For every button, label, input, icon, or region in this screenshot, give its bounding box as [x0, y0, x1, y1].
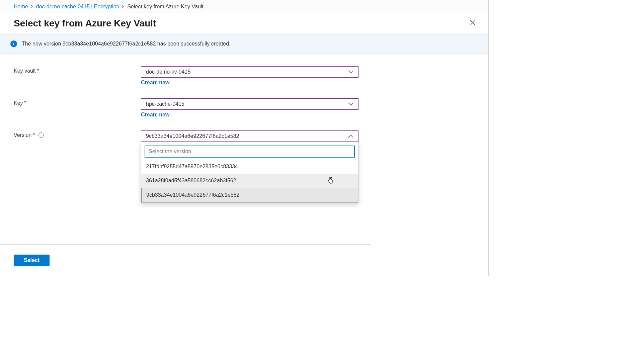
- version-search-input[interactable]: [145, 146, 355, 158]
- info-notification: i The new version 9cb33a34e1004a6e922677…: [0, 34, 488, 54]
- panel-header: Select key from Azure Key Vault: [0, 13, 488, 34]
- chevron-down-icon: [348, 102, 353, 106]
- version-option[interactable]: 217fdbf9255d47a5970e2835e0c83334: [141, 160, 358, 174]
- chevron-down-icon: [348, 70, 353, 74]
- version-select[interactable]: 9cb33a34e1004a6e922677f6a2c1e582: [141, 130, 358, 142]
- footer-bar: Select: [0, 244, 371, 276]
- breadcrumb-home[interactable]: Home: [14, 4, 28, 10]
- breadcrumb: Home doc-demo-cache-0415 | Encryption Se…: [0, 0, 488, 13]
- key-label: Key*: [14, 98, 141, 106]
- version-option[interactable]: 361a28f0ad5f43a580682cc62ab3f562: [141, 174, 358, 188]
- key-vault-row: Key vault* doc-demo-kv-0415 Create new: [14, 66, 475, 86]
- version-option[interactable]: 9cb33a34e1004a6e922677f6a2c1e582: [141, 188, 358, 202]
- chevron-right-icon: [119, 4, 127, 9]
- key-vault-select[interactable]: doc-demo-kv-0415: [141, 66, 358, 78]
- close-icon[interactable]: [467, 18, 478, 29]
- key-create-new-link[interactable]: Create new: [141, 112, 169, 118]
- key-select[interactable]: hpc-cache-0415: [141, 98, 358, 110]
- page-title: Select key from Azure Key Vault: [14, 18, 156, 29]
- info-message: The new version 9cb33a34e1004a6e922677f6…: [22, 41, 231, 47]
- version-label: Version* i: [14, 130, 141, 138]
- cursor-pointer-icon: [327, 176, 335, 186]
- chevron-up-icon: [348, 134, 353, 138]
- version-dropdown: 217fdbf9255d47a5970e2835e0c83334 361a28f…: [141, 142, 358, 203]
- breadcrumb-current: Select key from Azure Key Vault: [127, 4, 203, 10]
- key-vault-label: Key vault*: [14, 66, 141, 74]
- version-row: Version* i 9cb33a34e1004a6e922677f6a2c1e…: [14, 130, 475, 142]
- key-vault-create-new-link[interactable]: Create new: [141, 80, 169, 86]
- breadcrumb-resource[interactable]: doc-demo-cache-0415 | Encryption: [36, 4, 119, 10]
- select-button[interactable]: Select: [14, 255, 50, 266]
- info-tooltip-icon[interactable]: i: [38, 132, 44, 138]
- key-row: Key* hpc-cache-0415 Create new: [14, 98, 475, 118]
- info-icon: i: [10, 40, 17, 47]
- chevron-right-icon: [28, 4, 36, 9]
